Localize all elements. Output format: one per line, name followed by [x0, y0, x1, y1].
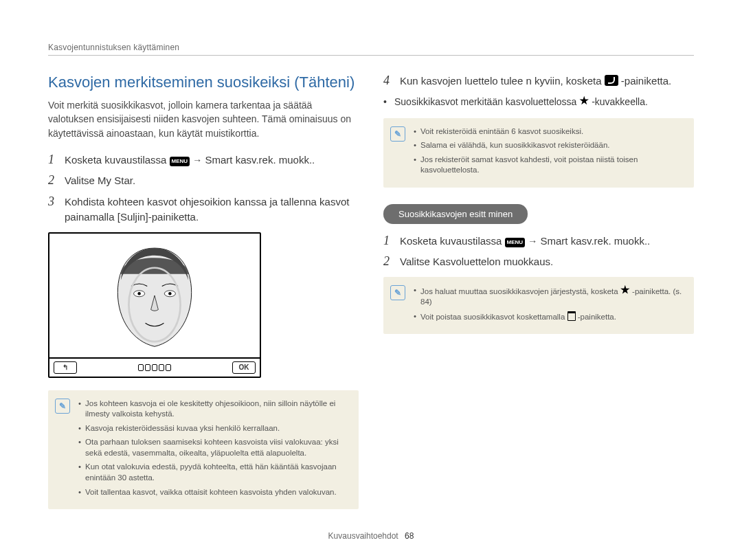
camera-screenshot: ↰ OK	[48, 232, 261, 378]
arrow-icon: →	[192, 155, 202, 166]
note-item: Jos kohteen kasvoja ei ole keskitetty oh…	[78, 399, 349, 420]
step-number: 1	[48, 153, 58, 168]
note-item: Voit rekisteröidä enintään 6 kasvot suos…	[414, 126, 684, 137]
svg-point-3	[168, 292, 171, 295]
trash-icon	[567, 311, 576, 321]
ok-button[interactable]: OK	[232, 361, 256, 374]
note-box-right-1: ✎ Voit rekisteröidä enintään 6 kasvot su…	[383, 118, 694, 188]
step-4: 4 Kun kasvojen luettelo tulee n kyviin, …	[383, 74, 694, 89]
page-title: Kasvojen merkitseminen suosikeiksi (Täht…	[48, 74, 359, 91]
page: Kasvojentunnistuksen käyttäminen Kasvoje…	[0, 0, 742, 560]
note-item: Jos haluat muuttaa suosikkikasvojen järj…	[414, 285, 684, 308]
step-text: Kun kasvojen luettelo tulee n kyviin, ko…	[400, 74, 694, 89]
camera-screen	[49, 234, 260, 357]
return-icon	[605, 75, 618, 86]
step-text: Valitse Kasvoluettelon muokkaus.	[400, 254, 694, 270]
left-steps: 1 Kosketa kuvaustilassa MENU → Smart kas…	[48, 153, 359, 225]
intro-paragraph: Voit merkitä suosikkikasvot, jolloin kam…	[48, 98, 359, 140]
menu-icon: MENU	[505, 238, 526, 247]
step-2b: 2 Valitse Kasvoluettelon muokkaus.	[383, 254, 694, 270]
breadcrumb: Kasvojentunnistuksen käyttäminen	[48, 43, 694, 52]
note-item: Ota parhaan tuloksen saamiseksi kohteen …	[78, 437, 349, 458]
step-text: Kosketa kuvaustilassa MENU → Smart kasv.…	[65, 153, 359, 168]
step-text: Kosketa kuvaustilassa MENU → Smart kasv.…	[400, 234, 694, 249]
note-item: Voit poistaa suosikkikasvot koskettamall…	[414, 311, 684, 323]
right-steps: 4 Kun kasvojen luettelo tulee n kyviin, …	[383, 74, 694, 89]
step-1b: 1 Kosketa kuvaustilassa MENU → Smart kas…	[383, 234, 694, 249]
footer: Kuvausvaihtoehdot 68	[0, 531, 742, 541]
subheading: Suosikkikasvojen esitt minen	[383, 204, 528, 224]
step-number: 2	[48, 173, 58, 189]
step-text: Kohdista kohteen kasvot ohjesoikion kans…	[65, 194, 359, 225]
step-2: 2 Valitse My Star.	[48, 173, 359, 189]
svg-point-1	[137, 292, 140, 295]
right-steps-2: 1 Kosketa kuvaustilassa MENU → Smart kas…	[383, 234, 694, 270]
step-1: 1 Kosketa kuvaustilassa MENU → Smart kas…	[48, 153, 359, 168]
note-item: Salama ei välähdä, kun suosikkikasvot re…	[414, 140, 684, 151]
star-icon	[579, 96, 589, 106]
note-item: Kasvoja rekisteröidessäsi kuvaa yksi hen…	[78, 423, 349, 434]
step-number: 3	[48, 194, 58, 225]
shot-indicator	[138, 364, 171, 371]
right-column: 4 Kun kasvojen luettelo tulee n kyviin, …	[383, 74, 694, 522]
left-column: Kasvojen merkitseminen suosikeiksi (Täht…	[48, 74, 359, 522]
step-number: 4	[383, 74, 393, 89]
note-item: Kun otat valokuvia edestä, pyydä kohteel…	[78, 462, 349, 483]
step-3: 3 Kohdista kohteen kasvot ohjesoikion ka…	[48, 194, 359, 225]
note-icon: ✎	[390, 126, 405, 142]
sub-bullet: Suosikkikasvot merkitään kasvoluetteloss…	[383, 95, 694, 109]
note-icon: ✎	[55, 399, 70, 414]
footer-section: Kuvausvaihtoehdot	[328, 531, 398, 541]
star-rank-icon	[620, 285, 630, 295]
step-text: Valitse My Star.	[65, 173, 359, 189]
note-item: Jos rekisteröit samat kasvot kahdesti, v…	[414, 155, 684, 176]
step-number: 2	[383, 254, 393, 270]
note-box-right-2: ✎ Jos haluat muuttaa suosikkikasvojen jä…	[383, 277, 694, 335]
menu-icon: MENU	[170, 157, 190, 166]
back-button[interactable]: ↰	[54, 361, 77, 374]
face-illustration	[93, 237, 216, 354]
page-number: 68	[405, 531, 414, 541]
note-box-left: ✎ Jos kohteen kasvoja ei ole keskitetty …	[48, 390, 359, 509]
arrow-icon: →	[528, 236, 537, 247]
note-icon: ✎	[390, 285, 405, 300]
divider	[48, 55, 694, 56]
camera-bottom-bar: ↰ OK	[49, 357, 260, 377]
note-item: Voit tallentaa kasvot, vaikka ottaisit k…	[78, 487, 349, 498]
columns: Kasvojen merkitseminen suosikeiksi (Täht…	[48, 74, 694, 522]
step-number: 1	[383, 234, 393, 249]
